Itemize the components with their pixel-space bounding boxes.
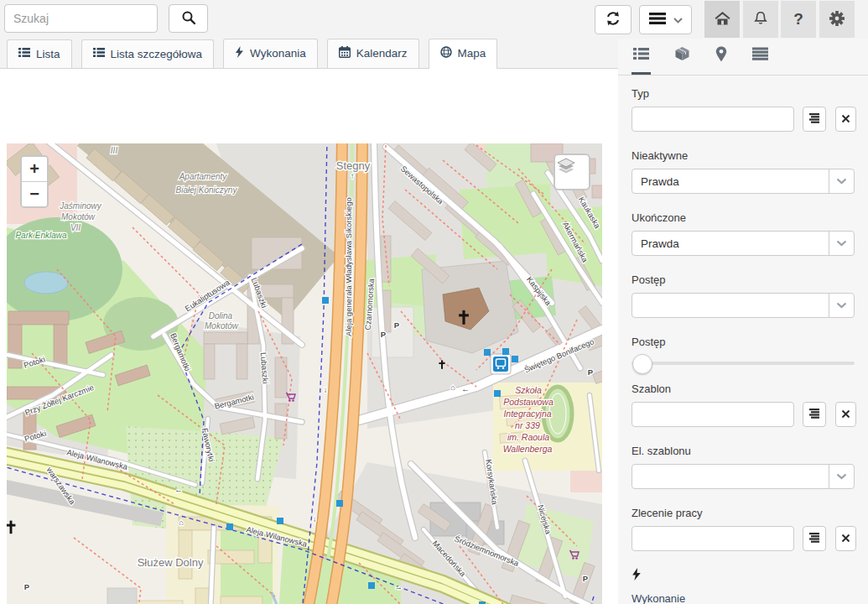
szablon-lookup-button[interactable] [803,402,826,427]
sidebar-tab-list[interactable] [632,39,651,75]
search-input[interactable] [4,4,158,33]
svg-text:↓: ↓ [324,385,328,394]
question-mark-icon: ? [793,10,803,29]
main-menu-button[interactable] [639,5,692,34]
field-typ: Typ [632,87,855,132]
help-button[interactable]: ? [781,1,816,38]
ukonczone-select[interactable]: Prawda [632,231,855,256]
lookup-list-icon [808,533,820,545]
tab-label: Lista [36,48,60,60]
postep-slider-track[interactable] [632,362,855,365]
section-label: Wykonanie [632,592,855,604]
svg-text:→: → [394,582,403,591]
svg-text:P: P [583,574,589,583]
lookup-list-icon [808,409,820,421]
postep-select[interactable] [632,293,855,318]
map-graphics: ⌂⌂PPPPPPP↑↓←←→↓↑ StegnySłużew DolnyIIIAp… [7,143,602,604]
svg-text:Park Enklawa: Park Enklawa [15,231,67,240]
svg-text:⌂: ⌂ [179,518,184,527]
el-szablonu-select[interactable] [632,464,855,489]
hamburger-menu-icon [649,12,666,28]
svg-text:Mokotów: Mokotów [205,321,239,331]
field-label: Ukończone [632,211,855,224]
sidebar-tab-location[interactable] [714,39,729,75]
filter-sidebar: Typ Nieaktywne Prawda Ukończone Prawda [618,39,868,604]
tab-lista[interactable]: Lista [7,39,72,68]
map-canvas[interactable]: ⌂⌂PPPPPPP↑↓←←→↓↑ StegnySłużew DolnyIIIAp… [7,143,602,604]
list-icon [93,47,105,60]
field-label: Typ [632,87,855,100]
list-icon [633,47,649,64]
field-label: Nieaktywne [632,149,855,162]
sidebar-tab-package[interactable] [673,39,692,75]
zlecenie-pracy-input[interactable] [632,526,794,551]
svg-text:nr 339: nr 339 [515,420,540,430]
tab-lista-szczegolowa[interactable]: Lista szczegółowa [81,39,215,68]
svg-text:←: ← [174,485,183,494]
zoom-out-button[interactable]: − [22,182,47,206]
layers-control[interactable] [554,154,590,190]
svg-text:←: ← [461,384,470,393]
nieaktywne-select[interactable]: Prawda [632,169,855,194]
zlecenie-pracy-clear-button[interactable] [835,526,856,551]
top-toolbar: ? [0,0,868,39]
section-wykonanie: Wykonanie [632,568,855,604]
chevron-down-icon [673,13,683,26]
application-window: ? Lista Lista szczegółowa Wykonania [0,0,868,604]
close-icon [841,409,850,421]
close-icon [841,533,850,545]
map-pin-icon [715,46,727,65]
view-tabs: Lista Lista szczegółowa Wykonania Kalend… [0,39,618,69]
sidebar-tab-details[interactable] [751,39,770,75]
field-postep-slider: Postęp [632,336,855,365]
bell-button[interactable] [743,1,778,38]
svg-text:Dolina: Dolina [209,311,233,320]
szablon-clear-button[interactable] [835,402,856,427]
rows-icon [752,47,768,64]
svg-text:⌂: ⌂ [450,383,455,392]
svg-text:Apartamenty: Apartamenty [179,172,228,181]
svg-text:Integracyjna: Integracyjna [503,409,551,419]
home-button[interactable] [704,1,740,38]
svg-text:P: P [588,367,594,377]
svg-text:↓: ↓ [313,514,317,523]
svg-text:Stegny: Stegny [336,159,371,172]
field-szablon: Szablon [632,383,855,427]
gear-icon [829,10,845,29]
chevron-down-icon [829,294,854,317]
typ-clear-button[interactable] [835,107,856,132]
tab-label: Mapa [458,47,486,60]
chevron-down-icon [829,232,854,255]
svg-text:↑: ↑ [351,171,355,180]
globe-icon [440,46,452,60]
tab-wykonania[interactable]: Wykonania [223,39,318,68]
refresh-icon [605,10,621,29]
tab-label: Wykonania [250,47,306,60]
postep-slider-handle[interactable] [632,354,652,374]
tab-mapa[interactable]: Mapa [429,39,498,69]
zoom-in-button[interactable]: + [22,157,47,182]
field-zlecenie-pracy: Zlecenie pracy [632,507,855,551]
szablon-input[interactable] [632,402,794,427]
search-icon [180,9,197,29]
typ-lookup-button[interactable] [803,107,826,132]
zlecenie-pracy-lookup-button[interactable] [803,526,826,551]
tab-label: Kalendarz [356,47,408,60]
search-button[interactable] [169,4,208,33]
typ-input[interactable] [632,107,794,132]
refresh-button[interactable] [595,5,632,34]
lookup-list-icon [808,113,820,126]
field-label: Postęp [632,336,855,348]
package-icon [674,46,690,65]
svg-text:P: P [24,582,30,591]
svg-text:im. Raoula: im. Raoula [507,432,549,442]
field-label: El. szablonu [632,445,855,457]
settings-button[interactable] [819,1,855,38]
home-icon [714,10,731,29]
svg-text:Podstawowa: Podstawowa [503,397,554,407]
field-ukonczone: Ukończone Prawda [632,211,855,256]
sidebar-tabs [618,39,868,76]
field-label: Postęp [632,273,855,286]
tab-kalendarz[interactable]: Kalendarz [327,39,419,68]
svg-text:Wallenberga: Wallenberga [503,444,553,454]
